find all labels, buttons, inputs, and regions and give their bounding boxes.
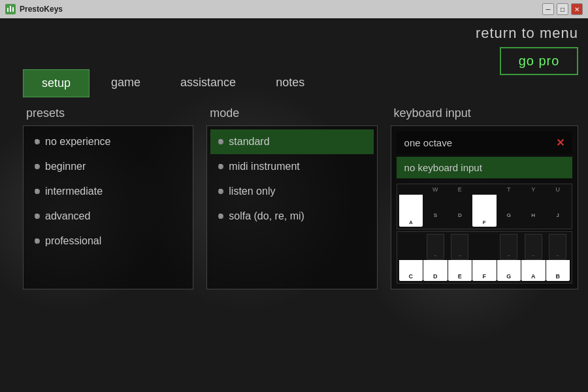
- key-top-label: E: [458, 186, 462, 194]
- key-black-a: ··: [525, 234, 542, 260]
- mode-solfa[interactable]: ? solfa (do, re, mi): [210, 204, 373, 229]
- key-top-label: U: [555, 186, 560, 194]
- mode-title: mode: [206, 106, 377, 120]
- svg-rect-2: [12, 7, 14, 12]
- upper-keyboard: A W S E D F: [397, 184, 572, 229]
- key-black-d: ··: [427, 234, 444, 260]
- key-g-lower[interactable]: ·· G: [497, 234, 521, 281]
- title-bar: PrestoKeys ─ □ ✕: [0, 0, 588, 18]
- mode-panel: mode ? standard ? midi instrument ? list…: [206, 106, 377, 289]
- key-d[interactable]: E D: [448, 186, 472, 227]
- key-s[interactable]: W S: [423, 186, 447, 227]
- tab-game[interactable]: game: [93, 69, 159, 97]
- key-f-lower[interactable]: F: [472, 234, 496, 281]
- key-black-b: ··: [549, 234, 566, 260]
- preset-beginner[interactable]: ? beginner: [27, 154, 189, 179]
- key-j[interactable]: U J: [546, 186, 570, 227]
- tab-bar: setup game assistance notes: [23, 69, 323, 97]
- preset-advanced[interactable]: ? advanced: [27, 204, 189, 229]
- key-a[interactable]: A: [399, 186, 423, 227]
- maximize-button[interactable]: □: [557, 3, 568, 15]
- key-black: H: [521, 195, 545, 220]
- dot-icon: ?: [218, 139, 223, 144]
- key-black: [476, 234, 493, 260]
- presets-body: ? no experience ? beginner ? intermediat…: [23, 125, 193, 289]
- preset-label: professional: [45, 235, 101, 247]
- mode-label: listen only: [229, 186, 275, 197]
- svg-rect-0: [7, 8, 8, 12]
- key-h[interactable]: Y H: [521, 186, 545, 227]
- key-black: J: [546, 195, 570, 220]
- presets-title: presets: [23, 106, 193, 120]
- top-right-area: return to menu go pro: [466, 18, 588, 82]
- key-f[interactable]: F: [472, 186, 496, 227]
- key-white: B: [546, 260, 570, 281]
- key-white: D: [423, 260, 447, 281]
- tab-notes[interactable]: notes: [257, 69, 323, 97]
- mode-standard[interactable]: ? standard: [210, 129, 373, 154]
- return-to-menu-button[interactable]: return to menu: [476, 25, 578, 42]
- key-black: D: [448, 195, 472, 220]
- close-button[interactable]: ✕: [571, 3, 583, 15]
- mode-body: ? standard ? midi instrument ? listen on…: [206, 125, 377, 289]
- key-top-label: W: [433, 186, 438, 194]
- key-white: C: [399, 260, 423, 281]
- dot-icon: ?: [218, 214, 223, 219]
- tab-setup[interactable]: setup: [23, 69, 90, 97]
- presets-panel: presets ? no experience ? beginner ? int…: [23, 106, 193, 289]
- preset-label: no experience: [45, 136, 111, 148]
- title-bar-left: PrestoKeys: [5, 4, 63, 14]
- preset-label: advanced: [45, 210, 90, 222]
- key-top-label: Y: [531, 186, 535, 194]
- panels-row: presets ? no experience ? beginner ? int…: [23, 106, 578, 289]
- app-icon: [5, 4, 16, 14]
- mode-listen[interactable]: ? listen only: [210, 179, 373, 204]
- key-b-lower[interactable]: ·· B: [546, 234, 570, 281]
- dot-icon: ?: [35, 238, 40, 244]
- mode-midi[interactable]: ? midi instrument: [210, 154, 373, 179]
- kb-option-label: no keyboard input: [404, 162, 482, 173]
- key-top-label: T: [507, 186, 511, 194]
- key-white: E: [448, 260, 472, 281]
- go-pro-button[interactable]: go pro: [500, 47, 578, 75]
- minimize-button[interactable]: ─: [542, 3, 554, 15]
- key-g[interactable]: T G: [497, 186, 521, 227]
- keyboard-input-panel: keyboard input one octave ✕ no keyboard …: [391, 106, 578, 289]
- key-white: F: [472, 260, 496, 281]
- preset-label: beginner: [45, 161, 86, 172]
- mode-label: solfa (do, re, mi): [229, 210, 304, 222]
- app-title: PrestoKeys: [20, 5, 63, 14]
- tab-assistance[interactable]: assistance: [162, 69, 254, 97]
- key-white: F: [472, 195, 496, 227]
- preset-intermediate[interactable]: ? intermediate: [27, 179, 189, 204]
- key-white: G: [497, 260, 521, 281]
- dot-icon: ?: [35, 139, 40, 144]
- preset-label: intermediate: [45, 186, 103, 197]
- dot-icon: ?: [218, 164, 223, 169]
- window-controls: ─ □ ✕: [542, 3, 583, 15]
- key-d-lower[interactable]: ·· D: [423, 234, 447, 281]
- kb-close-icon[interactable]: ✕: [556, 137, 564, 149]
- mode-label: midi instrument: [229, 161, 299, 172]
- main-area: return to menu go pro setup game assista…: [0, 18, 588, 392]
- key-a-lower[interactable]: ·· A: [521, 234, 545, 281]
- key-black: S: [423, 195, 447, 220]
- kb-one-octave[interactable]: one octave ✕: [397, 131, 572, 154]
- key-black: G: [497, 195, 521, 220]
- key-black: [402, 234, 419, 260]
- key-white: A: [399, 195, 423, 227]
- kb-no-input[interactable]: no keyboard input: [397, 157, 572, 178]
- key-black-g: ··: [500, 234, 517, 260]
- preset-no-experience[interactable]: ? no experience: [27, 129, 189, 154]
- mode-label: standard: [229, 136, 269, 148]
- keyboard-input-body: one octave ✕ no keyboard input A W: [391, 125, 578, 289]
- key-c[interactable]: C: [399, 234, 423, 281]
- dot-icon: ?: [218, 189, 223, 194]
- svg-rect-1: [10, 6, 11, 12]
- keyboard-input-title: keyboard input: [391, 106, 578, 120]
- preset-professional[interactable]: ? professional: [27, 229, 189, 253]
- dot-icon: ?: [35, 164, 40, 169]
- kb-option-label: one octave: [404, 137, 452, 148]
- key-white: A: [521, 260, 545, 281]
- key-e-lower[interactable]: ·· E: [448, 234, 472, 281]
